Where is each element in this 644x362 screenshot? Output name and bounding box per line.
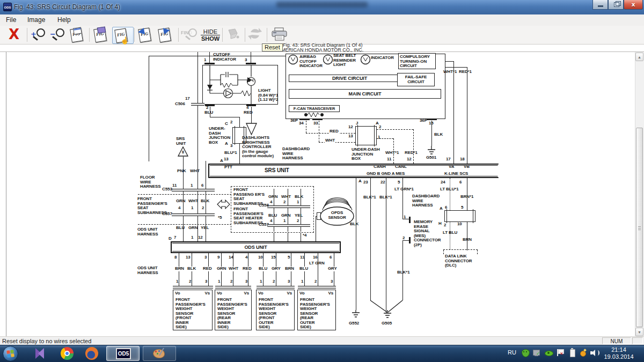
num-lock-indicator: NUM: [602, 337, 631, 344]
status-empty-cell: [632, 337, 643, 344]
windows-logo-icon: [6, 350, 14, 358]
update-check-tray-icon[interactable]: ✓: [533, 349, 541, 357]
dlc-connector-box: [444, 210, 475, 222]
under-dash-junction-box-mid: [355, 126, 377, 145]
title-bar: ODS Fig. 43: SRS Circuit Diagram (1 Of 4…: [0, 0, 644, 14]
firefox-icon[interactable]: [82, 346, 103, 361]
hide-show-button[interactable]: HIDESHOW: [200, 27, 221, 43]
restore-icon: [614, 2, 619, 7]
print-button[interactable]: [270, 27, 291, 43]
menu-image[interactable]: Image: [23, 14, 50, 26]
close-icon: x: [624, 1, 642, 9]
paint-taskbar-button[interactable]: [143, 346, 176, 361]
fig-page-icon: FIG: [70, 28, 83, 43]
refresh-button: [247, 27, 266, 43]
ods-app-taskbar-button[interactable]: OD5: [106, 346, 140, 361]
antivirus-tray-icon[interactable]: [522, 349, 530, 357]
menu-file[interactable]: File: [1, 14, 21, 26]
monitor-icon: [97, 26, 106, 33]
zoom-in-magnifier-icon: [36, 28, 45, 37]
figure-window-button[interactable]: FIG: [68, 27, 86, 43]
paint-bucket-button: [225, 27, 244, 43]
zoom-out-magnifier-icon: [56, 28, 64, 37]
status-message: Reset display to no wires selected: [2, 338, 91, 344]
weight-sensor-front-outer: Vo Vs FRONT PASSENGER'S WEIGHT SENSOR (F…: [256, 290, 295, 330]
minimize-button[interactable]: [592, 0, 608, 10]
paint-bucket-icon: [225, 27, 240, 41]
minimize-icon: [598, 5, 603, 7]
volume-tray-icon[interactable]: [590, 349, 598, 357]
background-window-smudge: [276, 2, 368, 8]
previous-figure-button[interactable]: FIG: [136, 27, 155, 43]
status-bar: Reset display to no wires selected NUM: [0, 336, 644, 345]
hide-show-label: HIDESHOW: [201, 28, 220, 42]
action-center-flag-icon[interactable]: ✕: [557, 349, 565, 357]
fig-page-icon: FIG: [158, 28, 171, 43]
battery-tray-icon[interactable]: [569, 349, 577, 357]
screen: ODS Fig. 43: SRS Circuit Diagram (1 Of 4…: [0, 0, 644, 362]
window-title: Fig. 43: SRS Circuit Diagram (1 Of 4): [14, 3, 120, 11]
scroll-down-button[interactable]: ▼: [635, 328, 643, 336]
restore-button[interactable]: [608, 0, 624, 10]
ods-icon: OD5: [116, 348, 131, 359]
hand-cursor-icon: ☝: [120, 36, 129, 45]
clock[interactable]: 21:14 19.03.2014: [600, 346, 638, 360]
menu-bar: File Image Help: [0, 14, 644, 26]
red-x-icon: X: [9, 27, 19, 42]
opds-connector-nub: [317, 212, 321, 220]
reset-tooltip: Reset: [262, 43, 283, 51]
scrollbar-thumb[interactable]: [636, 128, 643, 327]
zoom-in-button[interactable]: +: [30, 27, 48, 43]
kmplayer-icon[interactable]: [31, 346, 53, 361]
figure-caption-company: AMERICAN HONDA MOTOR CO., INC.: [278, 48, 363, 53]
app-icon[interactable]: ODS: [3, 3, 12, 11]
printer-icon: [270, 27, 289, 42]
window-icon: [73, 27, 82, 35]
language-indicator[interactable]: RU: [508, 349, 516, 356]
fig-page-icon: FIG: [93, 28, 107, 43]
fig-page-icon: FIG: [138, 28, 151, 43]
tray-time: 21:14: [600, 346, 638, 353]
find-magnifier-icon: [188, 28, 197, 37]
start-button[interactable]: [3, 346, 18, 361]
scroll-up-button[interactable]: ▲: [635, 53, 643, 61]
toolbar: X + − FIG FIG FIG☝ FIG FIG: [0, 26, 644, 45]
tray-date: 19.03.2014: [600, 353, 638, 360]
figure-fullscreen-button[interactable]: FIG: [92, 27, 110, 43]
zoom-out-button[interactable]: −: [49, 27, 68, 43]
weight-sensor-front-inner: Vo Vs FRONT PASSENGER'S WEIGHT SENSOR (F…: [173, 290, 213, 330]
weight-sensor-rear-outer: Vo Vs FRONT PASSENGER'S WEIGHT SENSOR (R…: [297, 290, 336, 330]
right-arrow-icon: [163, 27, 171, 34]
chrome-icon[interactable]: [57, 346, 78, 361]
find-button: FIND: [181, 27, 199, 43]
refresh-icon: [247, 27, 262, 41]
green-oval-tray-icon[interactable]: [545, 349, 553, 357]
left-arrow-icon: [137, 28, 145, 35]
fig-page-icon: FIG☝: [114, 28, 128, 43]
update-orange-tray-icon[interactable]: [580, 349, 588, 357]
close-button[interactable]: x: [624, 0, 643, 10]
menu-help[interactable]: Help: [53, 14, 76, 26]
close-figure-button[interactable]: X: [6, 27, 25, 43]
weight-sensor-rear-inner: Vo Vs FRONT PASSENGER'S WEIGHT SENSOR (R…: [215, 290, 252, 330]
next-figure-button[interactable]: FIG: [156, 27, 174, 43]
figure-select-button[interactable]: FIG☝: [112, 27, 134, 44]
